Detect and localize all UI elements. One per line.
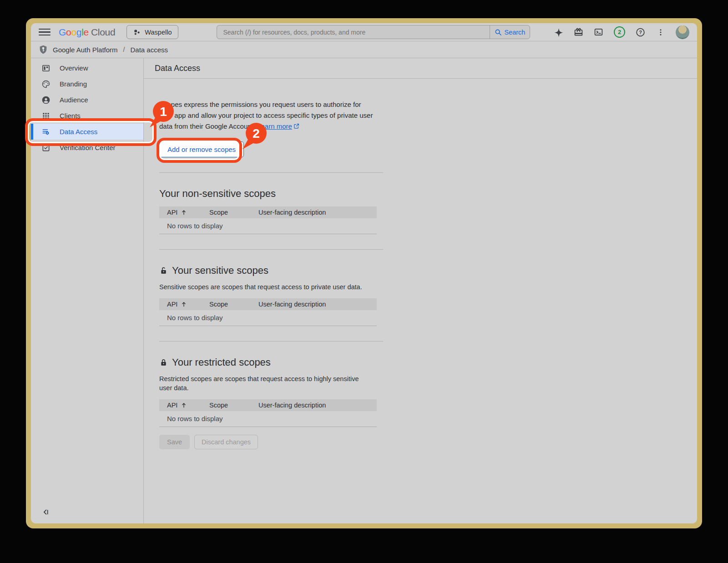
- window-frame: Google Cloud Waspello Search: [26, 18, 702, 528]
- page-title: Data Access: [144, 58, 697, 79]
- sensitive-scopes-table: API Scope User-facing description No row…: [159, 298, 377, 326]
- audience-person-icon: [41, 96, 51, 105]
- navigation-menu-icon[interactable]: [39, 26, 51, 38]
- activity-badge[interactable]: 2: [614, 26, 625, 38]
- breadcrumb: Google Auth Platform / Data access: [31, 41, 697, 58]
- search-icon: [495, 29, 502, 36]
- non-sensitive-scopes-table: API Scope User-facing description No row…: [159, 206, 377, 234]
- sort-ascending-icon: [181, 209, 187, 216]
- gift-icon[interactable]: [574, 27, 583, 37]
- main-panel: Data Access Scopes express the permissio…: [144, 58, 697, 523]
- auth-platform-shield-icon: [38, 45, 48, 55]
- help-icon[interactable]: ?: [636, 27, 645, 37]
- top-bar: Google Cloud Waspello Search: [31, 23, 697, 41]
- cloud-shell-icon[interactable]: [594, 27, 603, 37]
- empty-rows-message: No rows to display: [159, 218, 377, 234]
- breadcrumb-page: Data access: [130, 46, 168, 54]
- sensitive-scopes-description: Sensitive scopes are scopes that request…: [159, 282, 369, 292]
- section-divider: [159, 249, 383, 250]
- data-access-content: Scopes express the permissions you reque…: [144, 79, 383, 449]
- overview-icon: [41, 64, 51, 73]
- empty-rows-message: No rows to display: [159, 310, 377, 326]
- sidebar-item-overview[interactable]: Overview: [31, 60, 143, 76]
- project-icon: [133, 29, 141, 36]
- sidebar-item-branding[interactable]: Branding: [31, 76, 143, 92]
- form-actions: Save Discard changes: [159, 435, 383, 449]
- collapse-sidebar-button[interactable]: [41, 507, 51, 517]
- search-input[interactable]: [217, 25, 490, 39]
- section-divider: [159, 341, 383, 342]
- sidebar-item-verification-center[interactable]: Verification Center: [31, 140, 143, 156]
- sidebar: Overview Branding Audi: [31, 58, 144, 523]
- google-cloud-logo[interactable]: Google Cloud: [59, 27, 115, 38]
- gemini-spark-icon[interactable]: [554, 27, 563, 37]
- learn-more-link[interactable]: Learn more: [257, 122, 299, 130]
- lock-icon: [159, 358, 168, 367]
- collapse-left-icon: [41, 507, 51, 517]
- external-link-icon: [293, 123, 299, 129]
- sensitive-scopes-heading: Your sensitive scopes: [159, 265, 383, 276]
- restricted-scopes-description: Restricted scopes are scopes that reques…: [159, 374, 369, 392]
- browser-window: Google Cloud Waspello Search: [31, 23, 697, 523]
- project-selector-button[interactable]: Waspello: [126, 25, 178, 39]
- data-access-icon: [41, 127, 51, 136]
- global-search: Search: [217, 25, 530, 39]
- branding-palette-icon: [41, 80, 51, 89]
- discard-changes-button[interactable]: Discard changes: [194, 435, 258, 449]
- svg-text:?: ?: [639, 29, 642, 35]
- sort-ascending-icon: [181, 301, 187, 307]
- more-options-icon[interactable]: [656, 27, 665, 37]
- top-bar-actions: 2 ?: [554, 25, 689, 39]
- sidebar-item-clients[interactable]: Clients: [31, 108, 143, 124]
- save-button[interactable]: Save: [159, 435, 190, 449]
- user-avatar[interactable]: [676, 25, 689, 39]
- project-name: Waspello: [145, 29, 172, 36]
- add-or-remove-scopes-button[interactable]: Add or remove scopes: [159, 141, 244, 157]
- restricted-scopes-heading: Your restricted scopes: [159, 357, 383, 368]
- clients-grid-icon: [41, 111, 51, 121]
- empty-rows-message: No rows to display: [159, 411, 377, 427]
- search-button[interactable]: Search: [490, 25, 530, 39]
- restricted-scopes-table: API Scope User-facing description No row…: [159, 399, 377, 427]
- sort-ascending-icon: [181, 402, 187, 408]
- breadcrumb-platform[interactable]: Google Auth Platform: [53, 46, 118, 54]
- breadcrumb-separator: /: [123, 46, 125, 53]
- scopes-intro-text: Scopes express the permissions you reque…: [159, 99, 374, 132]
- sidebar-item-audience[interactable]: Audience: [31, 92, 143, 108]
- sidebar-item-data-access[interactable]: Data Access: [31, 124, 143, 140]
- lock-open-icon: [159, 266, 168, 275]
- section-divider: [159, 172, 383, 173]
- non-sensitive-scopes-heading: Your non-sensitive scopes: [159, 188, 383, 200]
- verification-check-icon: [41, 143, 51, 152]
